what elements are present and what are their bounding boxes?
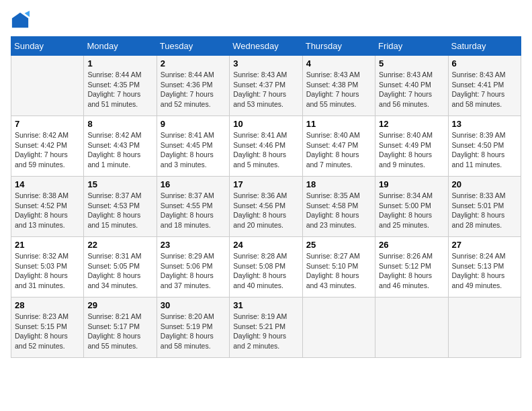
day-detail: Sunrise: 8:20 AMSunset: 5:19 PMDaylight:… — [161, 312, 226, 351]
day-detail: Sunrise: 8:37 AMSunset: 4:55 PMDaylight:… — [161, 191, 226, 230]
day-number: 18 — [306, 179, 371, 189]
day-number: 23 — [161, 240, 226, 250]
calendar-cell: 30Sunrise: 8:20 AMSunset: 5:19 PMDayligh… — [157, 298, 229, 358]
weekday-header-sunday: Sunday — [11, 37, 84, 56]
calendar-week-row: 21Sunrise: 8:32 AMSunset: 5:03 PMDayligh… — [11, 237, 521, 298]
day-detail: Sunrise: 8:33 AMSunset: 5:01 PMDaylight:… — [452, 191, 517, 230]
calendar-cell — [448, 298, 521, 358]
day-number: 31 — [233, 300, 298, 310]
calendar-cell: 7Sunrise: 8:42 AMSunset: 4:42 PMDaylight… — [11, 116, 84, 177]
calendar-cell: 26Sunrise: 8:26 AMSunset: 5:12 PMDayligh… — [375, 237, 448, 298]
day-number: 20 — [452, 179, 517, 189]
calendar-cell: 4Sunrise: 8:43 AMSunset: 4:38 PMDaylight… — [302, 56, 375, 116]
day-number: 14 — [15, 179, 80, 189]
calendar-cell: 29Sunrise: 8:21 AMSunset: 5:17 PMDayligh… — [84, 298, 157, 358]
calendar-cell — [375, 298, 448, 358]
day-detail: Sunrise: 8:21 AMSunset: 5:17 PMDaylight:… — [87, 312, 152, 351]
day-number: 16 — [161, 179, 226, 189]
weekday-header-saturday: Saturday — [448, 37, 521, 56]
day-number: 24 — [233, 240, 298, 250]
day-number: 21 — [15, 240, 80, 250]
calendar-cell: 10Sunrise: 8:41 AMSunset: 4:46 PMDayligh… — [230, 116, 302, 177]
calendar-week-row: 28Sunrise: 8:23 AMSunset: 5:15 PMDayligh… — [11, 298, 521, 358]
calendar-cell — [11, 56, 84, 116]
day-number: 1 — [87, 58, 152, 68]
day-number: 22 — [87, 240, 152, 250]
day-detail: Sunrise: 8:19 AMSunset: 5:21 PMDaylight:… — [233, 312, 298, 351]
calendar-cell: 8Sunrise: 8:42 AMSunset: 4:43 PMDaylight… — [84, 116, 157, 177]
calendar-cell: 9Sunrise: 8:41 AMSunset: 4:45 PMDaylight… — [157, 116, 229, 177]
day-number: 9 — [161, 119, 226, 129]
day-number: 15 — [87, 179, 152, 189]
calendar-cell: 12Sunrise: 8:40 AMSunset: 4:49 PMDayligh… — [375, 116, 448, 177]
calendar-cell: 23Sunrise: 8:29 AMSunset: 5:06 PMDayligh… — [157, 237, 229, 298]
day-detail: Sunrise: 8:28 AMSunset: 5:08 PMDaylight:… — [233, 251, 298, 291]
calendar-cell: 31Sunrise: 8:19 AMSunset: 5:21 PMDayligh… — [230, 298, 302, 358]
calendar-cell: 19Sunrise: 8:34 AMSunset: 5:00 PMDayligh… — [375, 177, 448, 237]
day-number: 30 — [161, 300, 226, 310]
weekday-header-thursday: Thursday — [302, 37, 375, 56]
day-detail: Sunrise: 8:40 AMSunset: 4:47 PMDaylight:… — [306, 130, 371, 170]
calendar-cell: 27Sunrise: 8:24 AMSunset: 5:13 PMDayligh… — [448, 237, 521, 298]
calendar-cell: 18Sunrise: 8:35 AMSunset: 4:58 PMDayligh… — [302, 177, 375, 237]
weekday-header-friday: Friday — [375, 37, 448, 56]
calendar-cell: 14Sunrise: 8:38 AMSunset: 4:52 PMDayligh… — [11, 177, 84, 237]
day-number: 25 — [306, 240, 371, 250]
day-number: 7 — [15, 119, 80, 129]
calendar-week-row: 7Sunrise: 8:42 AMSunset: 4:42 PMDaylight… — [11, 116, 521, 177]
day-detail: Sunrise: 8:43 AMSunset: 4:37 PMDaylight:… — [233, 70, 298, 109]
calendar-cell: 5Sunrise: 8:43 AMSunset: 4:40 PMDaylight… — [375, 56, 448, 116]
day-detail: Sunrise: 8:42 AMSunset: 4:42 PMDaylight:… — [15, 130, 80, 170]
calendar-table: SundayMondayTuesdayWednesdayThursdayFrid… — [11, 36, 521, 358]
day-number: 13 — [452, 119, 517, 129]
day-detail: Sunrise: 8:39 AMSunset: 4:50 PMDaylight:… — [452, 130, 517, 170]
calendar-cell: 28Sunrise: 8:23 AMSunset: 5:15 PMDayligh… — [11, 298, 84, 358]
day-number: 10 — [233, 119, 298, 129]
day-number: 28 — [15, 300, 80, 310]
day-detail: Sunrise: 8:44 AMSunset: 4:35 PMDaylight:… — [87, 70, 152, 109]
day-number: 19 — [379, 179, 444, 189]
day-number: 26 — [379, 240, 444, 250]
day-number: 11 — [306, 119, 371, 129]
day-detail: Sunrise: 8:37 AMSunset: 4:53 PMDaylight:… — [87, 191, 152, 230]
calendar-cell — [302, 298, 375, 358]
day-number: 27 — [452, 240, 517, 250]
day-detail: Sunrise: 8:44 AMSunset: 4:36 PMDaylight:… — [161, 70, 226, 109]
day-number: 8 — [87, 119, 152, 129]
day-detail: Sunrise: 8:43 AMSunset: 4:40 PMDaylight:… — [379, 70, 444, 109]
calendar-cell: 25Sunrise: 8:27 AMSunset: 5:10 PMDayligh… — [302, 237, 375, 298]
calendar-cell: 24Sunrise: 8:28 AMSunset: 5:08 PMDayligh… — [230, 237, 302, 298]
calendar-cell: 15Sunrise: 8:37 AMSunset: 4:53 PMDayligh… — [84, 177, 157, 237]
calendar-cell: 11Sunrise: 8:40 AMSunset: 4:47 PMDayligh… — [302, 116, 375, 177]
calendar-cell: 2Sunrise: 8:44 AMSunset: 4:36 PMDaylight… — [157, 56, 229, 116]
day-detail: Sunrise: 8:32 AMSunset: 5:03 PMDaylight:… — [15, 251, 80, 291]
day-detail: Sunrise: 8:41 AMSunset: 4:45 PMDaylight:… — [161, 130, 226, 170]
calendar-cell: 16Sunrise: 8:37 AMSunset: 4:55 PMDayligh… — [157, 177, 229, 237]
weekday-header-row: SundayMondayTuesdayWednesdayThursdayFrid… — [11, 37, 521, 56]
calendar-cell: 1Sunrise: 8:44 AMSunset: 4:35 PMDaylight… — [84, 56, 157, 116]
calendar-cell: 22Sunrise: 8:31 AMSunset: 5:05 PMDayligh… — [84, 237, 157, 298]
calendar-cell: 13Sunrise: 8:39 AMSunset: 4:50 PMDayligh… — [448, 116, 521, 177]
day-detail: Sunrise: 8:26 AMSunset: 5:12 PMDaylight:… — [379, 251, 444, 291]
day-detail: Sunrise: 8:43 AMSunset: 4:38 PMDaylight:… — [306, 70, 371, 109]
day-number: 29 — [87, 300, 152, 310]
logo-icon — [11, 11, 30, 30]
day-detail: Sunrise: 8:41 AMSunset: 4:46 PMDaylight:… — [233, 130, 298, 170]
svg-marker-1 — [25, 11, 30, 17]
weekday-header-wednesday: Wednesday — [230, 37, 302, 56]
svg-marker-0 — [12, 13, 28, 28]
day-detail: Sunrise: 8:23 AMSunset: 5:15 PMDaylight:… — [15, 312, 80, 351]
day-detail: Sunrise: 8:27 AMSunset: 5:10 PMDaylight:… — [306, 251, 371, 291]
day-detail: Sunrise: 8:36 AMSunset: 4:56 PMDaylight:… — [233, 191, 298, 230]
logo — [11, 11, 32, 30]
day-detail: Sunrise: 8:29 AMSunset: 5:06 PMDaylight:… — [161, 251, 226, 291]
calendar-cell: 21Sunrise: 8:32 AMSunset: 5:03 PMDayligh… — [11, 237, 84, 298]
day-detail: Sunrise: 8:38 AMSunset: 4:52 PMDaylight:… — [15, 191, 80, 230]
day-detail: Sunrise: 8:34 AMSunset: 5:00 PMDaylight:… — [379, 191, 444, 230]
calendar-cell: 17Sunrise: 8:36 AMSunset: 4:56 PMDayligh… — [230, 177, 302, 237]
day-detail: Sunrise: 8:24 AMSunset: 5:13 PMDaylight:… — [452, 251, 517, 291]
day-number: 5 — [379, 58, 444, 68]
day-number: 6 — [452, 58, 517, 68]
day-number: 3 — [233, 58, 298, 68]
calendar-cell: 20Sunrise: 8:33 AMSunset: 5:01 PMDayligh… — [448, 177, 521, 237]
